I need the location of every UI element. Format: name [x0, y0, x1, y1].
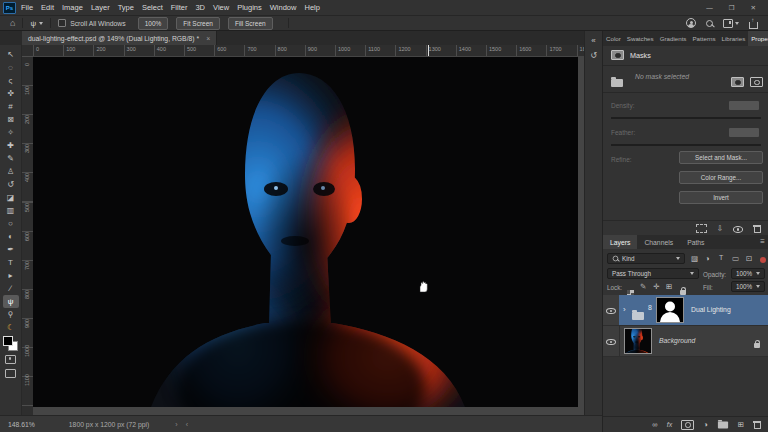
screen-mode-button[interactable] [3, 367, 19, 379]
new-layer-icon[interactable]: ⊞ [738, 420, 744, 429]
clone-stamp-tool[interactable]: ♙ [3, 165, 19, 178]
canvas-document[interactable] [33, 57, 578, 407]
layers-tab-channels[interactable]: Channels [637, 235, 680, 249]
history-brush-tool[interactable]: ↺ [3, 178, 19, 191]
layer-thumbnail[interactable] [625, 329, 651, 353]
blend-mode-dropdown[interactable]: Pass Through [607, 268, 699, 279]
feather-value-box[interactable] [729, 128, 759, 137]
quick-mask-button[interactable] [3, 353, 19, 365]
edit-toolbar[interactable]: ☾ [3, 321, 19, 334]
panel-tab-swatches[interactable]: Swatches [624, 31, 657, 46]
workspace-switcher[interactable] [723, 19, 739, 28]
foreground-color-swatch[interactable] [3, 336, 13, 346]
panel-tab-color[interactable]: Color [603, 31, 624, 46]
select-and-mask-button[interactable]: Select and Mask... [679, 151, 763, 164]
add-vector-mask-icon[interactable] [750, 73, 763, 91]
history-panel-icon[interactable]: ↺ [590, 51, 597, 60]
fill-screen-button[interactable]: Fill Screen [228, 17, 273, 30]
lock-position-icon[interactable]: ✛ [653, 282, 659, 291]
opacity-dropdown[interactable]: 100% [731, 268, 765, 279]
fit-screen-button[interactable]: Fit Screen [176, 17, 220, 30]
layers-panel-menu-icon[interactable]: ≡ [760, 238, 765, 246]
lock-image-pixels-icon[interactable]: ✎ [640, 282, 646, 291]
apply-mask-icon[interactable]: ⇩ [717, 224, 723, 233]
document-tab[interactable]: dual-lighting-effect.psd @ 149% (Dual Li… [22, 31, 217, 45]
marquee-tool[interactable]: ◌ [3, 61, 19, 74]
feather-slider[interactable] [611, 144, 761, 146]
panel-tab-gradients[interactable]: Gradients [657, 31, 690, 46]
menu-item-plugins[interactable]: Plugins [237, 3, 262, 12]
invert-button[interactable]: Invert [679, 191, 763, 204]
new-group-folder-icon[interactable] [718, 421, 728, 428]
pen-tool[interactable]: ✒ [3, 243, 19, 256]
healing-brush-tool[interactable]: ✚ [3, 139, 19, 152]
density-slider[interactable] [611, 117, 761, 119]
expand-dock-icon[interactable]: « [591, 36, 595, 45]
link-layers-icon[interactable]: ∞ [652, 420, 657, 429]
filter-type-layers-icon[interactable]: T [719, 254, 723, 261]
panel-tab-patterns[interactable]: Patterns [689, 31, 718, 46]
panel-tab-libraries[interactable]: Libraries [719, 31, 749, 46]
frame-tool[interactable]: ⊠ [3, 113, 19, 126]
mask-selection-icon[interactable] [696, 224, 707, 233]
layer-row-dual-lighting[interactable]: › 8 Dual Lighting [603, 295, 768, 326]
menu-item-file[interactable]: File [21, 3, 33, 12]
menu-item-layer[interactable]: Layer [91, 3, 110, 12]
layers-tab-layers[interactable]: Layers [603, 235, 637, 249]
share-icon[interactable] [749, 22, 758, 29]
search-icon[interactable] [706, 20, 713, 27]
layer-filtering-toggle[interactable] [760, 257, 766, 263]
filter-adjustment-layers-icon[interactable]: ◑ [705, 254, 710, 263]
mask-visibility-eye-icon[interactable] [733, 225, 743, 232]
color-range-button[interactable]: Color Range... [679, 171, 763, 184]
fill-dropdown[interactable]: 100% [731, 281, 765, 292]
density-value-box[interactable] [729, 101, 759, 110]
object-selection-tool[interactable]: ✜ [3, 87, 19, 100]
move-tool[interactable]: ↖ [3, 48, 19, 61]
restore-window-button[interactable]: ❐ [729, 4, 735, 12]
eyedropper-tool[interactable]: ✧ [3, 126, 19, 139]
scroll-all-windows-checkbox[interactable] [58, 19, 66, 27]
delete-layer-trash-icon[interactable] [753, 420, 761, 429]
filter-pixel-layers-icon[interactable]: ▨ [691, 254, 698, 263]
zoom-100-button[interactable]: 100% [138, 17, 169, 30]
menu-item-image[interactable]: Image [62, 3, 83, 12]
close-window-button[interactable]: ✕ [751, 4, 756, 12]
line-tool[interactable]: ∕ [3, 282, 19, 295]
type-tool[interactable]: T [3, 256, 19, 269]
hand-tool-preset-icon[interactable]: ψ [30, 19, 36, 28]
lasso-tool[interactable]: ς [3, 74, 19, 87]
zoom-level-field[interactable]: 148.61% [8, 421, 35, 428]
crop-tool[interactable]: # [3, 100, 19, 113]
path-selection-tool[interactable]: ▸ [3, 269, 19, 282]
brush-tool[interactable]: ✎ [3, 152, 19, 165]
hand-tool[interactable]: ψ [3, 295, 19, 308]
adjustment-layer-icon[interactable]: ◑ [703, 420, 708, 429]
filter-shape-layers-icon[interactable]: ▭ [732, 254, 739, 263]
dodge-tool[interactable]: ◐ [3, 230, 19, 243]
menu-item-3d[interactable]: 3D [195, 3, 205, 12]
status-bar-arrow-icon[interactable]: › [175, 421, 177, 428]
status-bar-arrow-icon-2[interactable]: ‹ [186, 421, 188, 428]
mask-link-icon[interactable]: 8 [648, 304, 652, 311]
home-icon[interactable]: ⌂ [10, 19, 15, 28]
menu-item-help[interactable]: Help [304, 3, 319, 12]
menu-item-type[interactable]: Type [118, 3, 134, 12]
layer-visibility-eye-icon[interactable] [603, 295, 620, 325]
close-tab-icon[interactable]: × [206, 35, 210, 42]
blur-tool[interactable]: ○ [3, 217, 19, 230]
layer-visibility-eye-icon[interactable] [603, 326, 620, 356]
lock-artboard-icon[interactable]: ⊞ [666, 282, 672, 291]
add-pixel-mask-icon[interactable] [731, 73, 744, 91]
minimize-window-button[interactable]: — [706, 4, 713, 12]
panel-tab-properties[interactable]: Properties [748, 31, 768, 46]
layer-styles-fx-icon[interactable]: fx [667, 421, 672, 428]
zoom-tool[interactable]: ⚲ [3, 308, 19, 321]
gradient-tool[interactable]: ▥ [3, 204, 19, 217]
group-expand-caret-icon[interactable]: › [623, 305, 626, 314]
menu-item-select[interactable]: Select [142, 3, 163, 12]
layer-filter-kind-dropdown[interactable]: Kind [607, 253, 685, 264]
layer-mask-thumbnail[interactable] [657, 298, 683, 322]
filter-smart-objects-icon[interactable]: ⊡ [746, 254, 752, 263]
menu-item-filter[interactable]: Filter [171, 3, 188, 12]
